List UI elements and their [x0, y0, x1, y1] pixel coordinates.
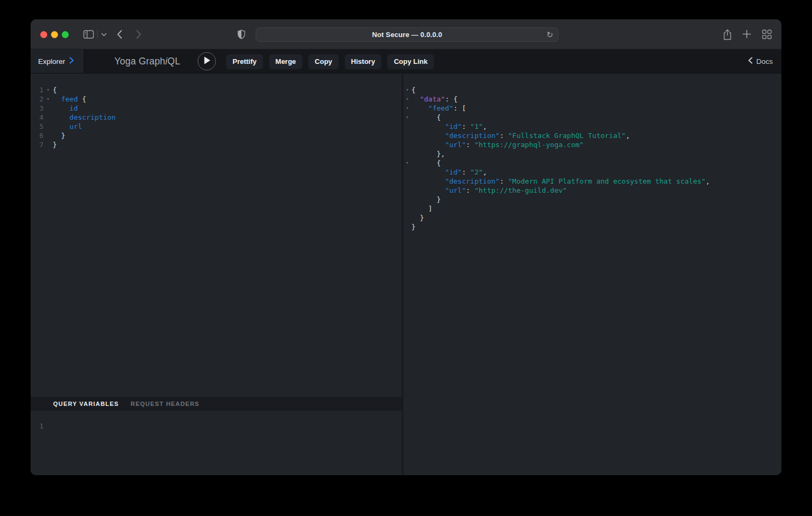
code-line: 1▾{: [31, 85, 402, 95]
left-pane: 1▾{2▾ feed {3 id4 description5 url6 }7} …: [31, 74, 402, 475]
line-number: 5: [31, 122, 44, 131]
sidebar-icon[interactable]: [83, 30, 94, 39]
code-line: 6 }: [31, 131, 402, 140]
code-line: "id": "2",: [403, 168, 781, 177]
code-line: ▾ "feed": [: [403, 104, 781, 113]
code-text: }: [53, 131, 65, 140]
tab-overview-icon[interactable]: [762, 30, 772, 39]
code-line: }: [403, 195, 781, 204]
code-line: "id": "1",: [403, 122, 781, 131]
code-line: ▾{: [403, 85, 781, 95]
page-title: Yoga GraphiQL: [114, 49, 180, 73]
chevron-down-icon[interactable]: [101, 33, 107, 37]
code-text: }: [411, 213, 424, 222]
code-line: 3 id: [31, 104, 402, 113]
code-text: url: [53, 122, 82, 131]
code-text: "description": "Fullstack GraphQL Tutori…: [411, 131, 630, 140]
code-line: "url": "http://the-guild.dev": [403, 186, 781, 195]
share-icon[interactable]: [723, 29, 732, 40]
line-number: 2: [31, 95, 44, 104]
code-text: "id": "1",: [411, 122, 487, 131]
docs-label: Docs: [756, 57, 773, 66]
execute-query-button[interactable]: [198, 52, 216, 70]
result-viewer[interactable]: ▾{▾ "data": {▾ "feed": [▾ { "id": "1", "…: [403, 74, 781, 475]
fold-gutter: [403, 213, 411, 222]
close-button[interactable]: [40, 31, 47, 38]
code-line: "description": "Fullstack GraphQL Tutori…: [403, 131, 781, 140]
fold-gutter: [403, 149, 411, 158]
code-text: },: [411, 149, 445, 158]
fold-toggle-icon[interactable]: ▾: [44, 95, 53, 104]
code-line: ▾ {: [403, 158, 781, 168]
line-number: 7: [31, 140, 44, 149]
fold-gutter: [403, 195, 411, 204]
code-text: ]: [411, 204, 432, 213]
forward-icon[interactable]: [136, 30, 142, 39]
history-button[interactable]: History: [345, 54, 382, 69]
code-line: ]: [403, 204, 781, 213]
chevron-left-icon: [748, 57, 753, 66]
code-text: "url": "http://the-guild.dev": [411, 186, 567, 195]
reload-icon[interactable]: ↻: [546, 30, 553, 40]
copy-link-button[interactable]: Copy Link: [387, 54, 434, 69]
fold-gutter: [44, 131, 53, 140]
code-text: }: [53, 140, 57, 149]
address-bar-text: Not Secure — 0.0.0.0: [372, 31, 443, 39]
zoom-button[interactable]: [62, 31, 69, 38]
tab-query-variables[interactable]: QUERY VARIABLES: [53, 401, 119, 407]
fold-toggle-icon[interactable]: ▾: [44, 85, 53, 95]
fold-toggle-icon[interactable]: ▾: [403, 85, 411, 95]
secondary-editor-tabs: QUERY VARIABLES REQUEST HEADERS: [31, 397, 402, 411]
fold-gutter: [403, 168, 411, 177]
query-editor[interactable]: 1▾{2▾ feed {3 id4 description5 url6 }7}: [31, 74, 402, 397]
code-line: "url": "https://graphql-yoga.com": [403, 140, 781, 149]
line-number: 1: [31, 85, 44, 95]
fold-gutter: [403, 204, 411, 213]
code-text: "description": "Modern API Platform and …: [411, 177, 710, 186]
new-tab-icon[interactable]: [742, 30, 751, 39]
line-number: 6: [31, 131, 44, 140]
tab-request-headers[interactable]: REQUEST HEADERS: [130, 401, 199, 407]
address-bar[interactable]: Not Secure — 0.0.0.0 ↻: [256, 27, 559, 42]
fold-toggle-icon[interactable]: ▾: [403, 158, 411, 168]
docs-toggle[interactable]: Docs: [748, 49, 773, 73]
toolbar-divider: [97, 30, 98, 38]
code-text: }: [411, 222, 416, 231]
back-icon[interactable]: [117, 30, 122, 39]
copy-button[interactable]: Copy: [308, 54, 339, 69]
code-line: 5 url: [31, 122, 402, 131]
prettify-button[interactable]: Prettify: [226, 54, 263, 69]
fold-gutter: [403, 186, 411, 195]
fold-toggle-icon[interactable]: ▾: [403, 113, 411, 122]
fold-toggle-icon[interactable]: ▾: [403, 95, 411, 104]
query-variables-editor[interactable]: 1: [31, 411, 402, 475]
graphiql-toolbar: Explorer Yoga GraphiQL Prettify Merge Co…: [31, 49, 781, 74]
merge-button[interactable]: Merge: [269, 54, 302, 69]
fold-gutter: [403, 177, 411, 186]
fold-gutter: [403, 122, 411, 131]
code-text: {: [53, 85, 57, 95]
fold-gutter: [403, 140, 411, 149]
code-line: 7}: [31, 140, 402, 149]
explorer-label: Explorer: [38, 57, 65, 66]
chevron-right-icon: [69, 56, 74, 66]
code-text: "feed": [: [411, 104, 466, 113]
code-text: {: [411, 158, 441, 168]
fold-toggle-icon[interactable]: ▾: [403, 104, 411, 113]
line-number: 1: [31, 421, 44, 431]
code-text: feed {: [53, 95, 86, 104]
code-line: 1: [31, 421, 402, 431]
privacy-shield-icon[interactable]: [237, 30, 245, 39]
code-line: "description": "Modern API Platform and …: [403, 177, 781, 186]
explorer-toggle[interactable]: Explorer: [31, 49, 84, 73]
fold-gutter: [403, 131, 411, 140]
minimize-button[interactable]: [51, 31, 58, 38]
code-line: }: [403, 222, 781, 231]
line-number: 4: [31, 113, 44, 122]
fold-gutter: [44, 113, 53, 122]
code-text: id: [53, 104, 78, 113]
main-content: 1▾{2▾ feed {3 id4 description5 url6 }7} …: [31, 74, 781, 475]
code-text: {: [411, 85, 416, 95]
code-text: "data": {: [411, 95, 458, 104]
toolbar-button-group: Prettify Merge Copy History Copy Link: [226, 54, 434, 69]
